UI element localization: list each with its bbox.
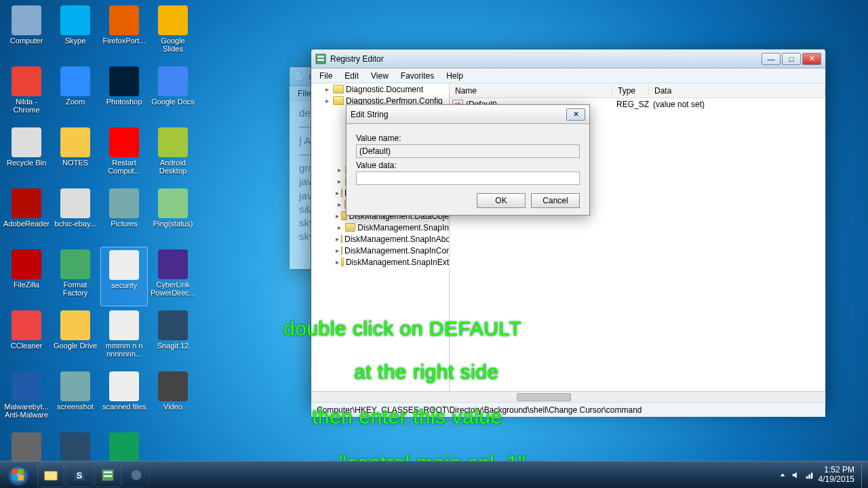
caption-line-2: at the right side: [354, 361, 499, 384]
svg-rect-17: [810, 472, 812, 479]
value-data-label: Value data:: [356, 161, 580, 170]
desktop-icon-ping-status-[interactable]: Ping(status): [149, 186, 197, 245]
desktop-icon-photoshop[interactable]: Photoshop: [100, 64, 148, 123]
desktop-icon-snagit-12[interactable]: Snagit 12: [149, 308, 197, 367]
desktop-icon-adobereader[interactable]: AdobeReader: [3, 186, 50, 245]
expand-icon[interactable]: ▸: [336, 166, 343, 174]
tray-date: 4/19/2015: [818, 475, 854, 484]
desktop-icon-skype[interactable]: Skype: [52, 3, 99, 62]
desktop-icon-mmmm-n-n-nnnnnnn-[interactable]: mmmm n n nnnnnnn...: [100, 308, 148, 367]
desktop-icon-scanned-files[interactable]: scanned files: [100, 369, 148, 428]
regedit-menubar: FileEditViewFavoritesHelp: [311, 68, 825, 83]
expand-icon[interactable]: ▸: [323, 97, 331, 104]
tree-node-diskmanagement-snapinabou[interactable]: ▸DiskManagement.SnapInAbou: [311, 233, 449, 245]
desktop-icon-computer[interactable]: Computer: [3, 3, 50, 62]
dialog-titlebar[interactable]: Edit String ✕: [347, 105, 589, 124]
svg-rect-12: [104, 471, 113, 473]
folder-icon: [341, 258, 344, 266]
svg-point-14: [132, 470, 142, 480]
desktop-icon-google-docs[interactable]: Google Docs: [149, 64, 197, 123]
desktop-icon-nilda-chrome[interactable]: Nilda - Chrome: [3, 64, 50, 123]
desktop-icon-android-desktop[interactable]: Android Desktop: [149, 125, 197, 184]
desktop-icon-bchic-ebay-[interactable]: bchic-ebay...: [52, 186, 99, 245]
close-button[interactable]: ✕: [566, 108, 585, 121]
network-icon[interactable]: [805, 470, 814, 480]
expand-icon[interactable]: ▸: [323, 85, 331, 93]
taskbar-app-explorer[interactable]: [37, 463, 64, 487]
svg-text:S: S: [77, 470, 83, 480]
desktop-icon-google-drive[interactable]: Google Drive: [52, 308, 99, 367]
svg-rect-8: [45, 471, 57, 480]
desktop-icon-recycle-bin[interactable]: Recycle Bin: [3, 125, 50, 184]
desktop-icon-zoom[interactable]: Zoom: [52, 64, 99, 123]
menu-help[interactable]: Help: [441, 70, 469, 82]
expand-icon[interactable]: ▸: [336, 247, 339, 254]
col-data[interactable]: Data: [649, 86, 825, 96]
show-desktop-button[interactable]: [861, 462, 868, 489]
expand-icon[interactable]: ▸: [336, 258, 339, 266]
expand-icon[interactable]: ▸: [336, 178, 343, 185]
system-tray[interactable]: 1:52 PM 4/19/2015: [771, 462, 861, 488]
folder-icon: [341, 188, 342, 197]
desktop-icon-filezilla[interactable]: FileZilla: [3, 247, 50, 306]
desktop-icon-format-factory[interactable]: Format Factory: [52, 247, 99, 306]
tree-node-diskmanagement-snapin[interactable]: ▸DiskManagement.SnapIn: [311, 222, 449, 233]
svg-rect-4: [12, 468, 18, 474]
maximize-button[interactable]: □: [782, 53, 801, 65]
caption-line-3: then enter this value: [312, 405, 502, 428]
cancel-button[interactable]: Cancel: [531, 193, 580, 208]
volume-icon[interactable]: [791, 470, 801, 480]
close-button[interactable]: ✕: [802, 53, 821, 65]
col-name[interactable]: Name: [450, 86, 612, 96]
tree-node-diagnostic-document[interactable]: ▸Diagnostic.Document: [311, 83, 449, 95]
desktop-icon-ccleaner[interactable]: CCleaner: [3, 308, 50, 367]
regedit-titlebar[interactable]: Registry Editor — □ ✕: [311, 49, 825, 68]
menu-favorites[interactable]: Favorites: [395, 70, 439, 82]
caption-line-1: double click on DEFAULT: [283, 317, 521, 340]
regedit-title: Registry Editor: [330, 54, 384, 64]
value-name-input: [356, 144, 580, 158]
ok-button[interactable]: OK: [477, 193, 526, 208]
desktop-icon-security[interactable]: security: [100, 247, 148, 306]
value-data-input[interactable]: [356, 171, 580, 185]
desktop-icon-malwarebyt-anti-malware[interactable]: Malwarebyt... Anti-Malware: [3, 369, 50, 428]
minimize-button[interactable]: —: [762, 53, 781, 65]
taskbar-app-regedit[interactable]: [94, 463, 121, 487]
desktop-icon-notes[interactable]: NOTES: [52, 125, 99, 184]
desktop-icon-restart-comput-[interactable]: Restart Comput...: [100, 125, 148, 184]
expand-icon[interactable]: ▸: [336, 212, 339, 220]
taskbar-app-snagit[interactable]: S: [66, 463, 93, 487]
desktop-icon-pictures[interactable]: Pictures: [100, 186, 148, 245]
desktop-icon-firefoxport-[interactable]: FirefoxPort...: [100, 3, 148, 62]
horizontal-scrollbar[interactable]: [311, 391, 825, 402]
regedit-icon: [315, 54, 326, 64]
value-name-label: Value name:: [356, 134, 580, 143]
expand-icon[interactable]: ▸: [336, 224, 343, 231]
registry-editor-window: Registry Editor — □ ✕ FileEditViewFavori…: [311, 49, 826, 407]
svg-rect-5: [18, 468, 24, 474]
desktop-icon-google-slides[interactable]: Google Slides: [149, 3, 197, 62]
menu-file[interactable]: File: [314, 70, 338, 82]
tree-node-diskmanagement-snapinext[interactable]: ▸DiskManagement.SnapInExt: [311, 256, 449, 268]
desktop-icon-video[interactable]: Video: [149, 369, 197, 428]
expand-icon[interactable]: ▸: [336, 235, 339, 243]
col-type[interactable]: Type: [612, 86, 649, 96]
folder-icon: [341, 235, 342, 243]
dialog-title: Edit String: [351, 110, 388, 119]
folder-icon: [345, 223, 356, 232]
menu-view[interactable]: View: [366, 70, 394, 82]
start-button[interactable]: [0, 462, 37, 489]
desktop-icons-grid: ComputerSkypeFirefoxPort...Google Slides…: [3, 3, 197, 488]
taskbar-app-unknown[interactable]: [123, 463, 150, 487]
expand-icon[interactable]: ▸: [336, 189, 339, 197]
menu-edit[interactable]: Edit: [339, 70, 364, 82]
expand-icon[interactable]: ▸: [336, 201, 342, 208]
tree-node-diskmanagement-snapincom[interactable]: ▸DiskManagement.SnapInCom: [311, 245, 449, 256]
svg-rect-7: [18, 475, 24, 481]
svg-rect-1: [317, 56, 324, 58]
desktop-icon-screenshot[interactable]: screenshot: [52, 369, 99, 428]
svg-rect-13: [104, 475, 113, 477]
desktop-icon-cyberlink-powerdirec-[interactable]: CyberLink PowerDirec...: [149, 247, 197, 306]
svg-rect-2: [317, 59, 324, 61]
tray-up-icon[interactable]: [778, 470, 787, 480]
